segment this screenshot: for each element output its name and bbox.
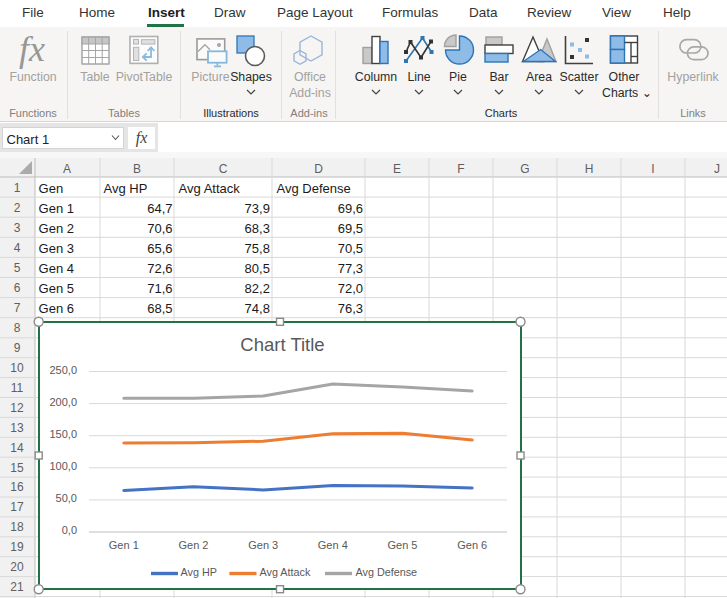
svg-text:Gen 4: Gen 4 <box>318 539 348 551</box>
svg-text:Chart Title: Chart Title <box>240 334 324 355</box>
svg-text:0,0: 0,0 <box>62 524 77 536</box>
svg-text:50,0: 50,0 <box>56 492 77 504</box>
svg-text:Gen 3: Gen 3 <box>248 539 278 551</box>
svg-text:200,0: 200,0 <box>49 396 77 408</box>
svg-text:Avg HP: Avg HP <box>181 566 217 578</box>
svg-text:Avg Attack: Avg Attack <box>260 566 311 578</box>
svg-text:150,0: 150,0 <box>49 428 77 440</box>
svg-text:Gen 1: Gen 1 <box>109 539 139 551</box>
svg-text:250,0: 250,0 <box>49 364 77 376</box>
svg-text:Gen 6: Gen 6 <box>457 539 487 551</box>
svg-text:Avg Defense: Avg Defense <box>356 566 418 578</box>
svg-text:100,0: 100,0 <box>49 460 77 472</box>
svg-text:Gen 2: Gen 2 <box>179 539 209 551</box>
svg-text:Gen 5: Gen 5 <box>388 539 418 551</box>
